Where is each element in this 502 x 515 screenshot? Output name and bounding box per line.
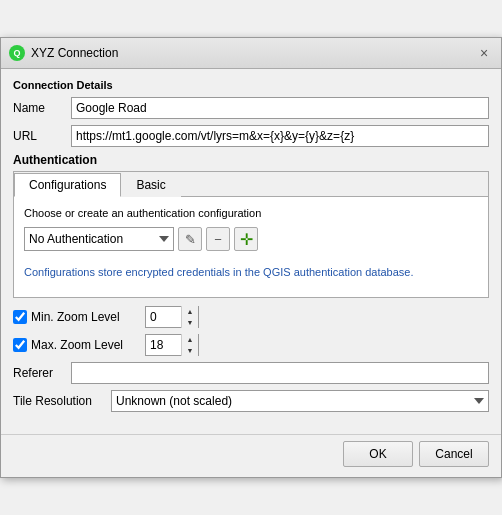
remove-auth-button[interactable]: −	[206, 227, 230, 251]
add-auth-button[interactable]: ✛	[234, 227, 258, 251]
bottom-bar: OK Cancel	[1, 434, 501, 477]
title-bar-left: Q XYZ Connection	[9, 45, 118, 61]
max-zoom-checkbox[interactable]	[13, 338, 27, 352]
max-zoom-arrows: ▲ ▼	[181, 334, 198, 356]
min-zoom-row: Min. Zoom Level ▲ ▼	[13, 306, 489, 328]
url-row: URL	[13, 125, 489, 147]
max-zoom-row: Max. Zoom Level ▲ ▼	[13, 334, 489, 356]
min-zoom-spinbox: ▲ ▼	[145, 306, 199, 328]
name-input[interactable]	[71, 97, 489, 119]
authentication-section: Authentication Configurations Basic Choo…	[13, 153, 489, 297]
max-zoom-spinbox: ▲ ▼	[145, 334, 199, 356]
edit-auth-button[interactable]: ✎	[178, 227, 202, 251]
configurations-tab-content: Choose or create an authentication confi…	[14, 197, 488, 296]
config-controls-row: No Authentication ✎ − ✛	[24, 227, 478, 251]
name-row: Name	[13, 97, 489, 119]
config-description: Choose or create an authentication confi…	[24, 207, 478, 219]
cancel-button[interactable]: Cancel	[419, 441, 489, 467]
tab-configurations[interactable]: Configurations	[14, 173, 121, 197]
min-zoom-label: Min. Zoom Level	[31, 310, 141, 324]
xyz-connection-dialog: Q XYZ Connection × Connection Details Na…	[0, 37, 502, 477]
referer-input[interactable]	[71, 362, 489, 384]
ok-button[interactable]: OK	[343, 441, 413, 467]
url-input[interactable]	[71, 125, 489, 147]
app-icon: Q	[9, 45, 25, 61]
name-label: Name	[13, 101, 63, 115]
max-zoom-input[interactable]	[146, 335, 181, 355]
window-title: XYZ Connection	[31, 46, 118, 60]
authentication-label: Authentication	[13, 153, 489, 167]
max-zoom-label: Max. Zoom Level	[31, 338, 141, 352]
min-zoom-input[interactable]	[146, 307, 181, 327]
max-zoom-up[interactable]: ▲	[182, 334, 198, 345]
referer-row: Referer	[13, 362, 489, 384]
close-button[interactable]: ×	[475, 44, 493, 62]
tile-resolution-label: Tile Resolution	[13, 394, 103, 408]
min-zoom-down[interactable]: ▼	[182, 317, 198, 328]
tile-resolution-row: Tile Resolution Unknown (not scaled)	[13, 390, 489, 412]
url-label: URL	[13, 129, 63, 143]
auth-tab-container: Configurations Basic Choose or create an…	[13, 171, 489, 297]
max-zoom-down[interactable]: ▼	[182, 345, 198, 356]
min-zoom-up[interactable]: ▲	[182, 306, 198, 317]
min-zoom-arrows: ▲ ▼	[181, 306, 198, 328]
tab-basic[interactable]: Basic	[121, 173, 180, 197]
min-zoom-checkbox[interactable]	[13, 310, 27, 324]
auth-config-select[interactable]: No Authentication	[24, 227, 174, 251]
title-bar: Q XYZ Connection ×	[1, 38, 501, 69]
tile-resolution-select[interactable]: Unknown (not scaled)	[111, 390, 489, 412]
referer-label: Referer	[13, 366, 63, 380]
tab-bar: Configurations Basic	[14, 172, 488, 197]
config-info-text: Configurations store encrypted credentia…	[24, 261, 478, 284]
dialog-content: Connection Details Name URL Authenticati…	[1, 69, 501, 429]
connection-details-label: Connection Details	[13, 79, 489, 91]
